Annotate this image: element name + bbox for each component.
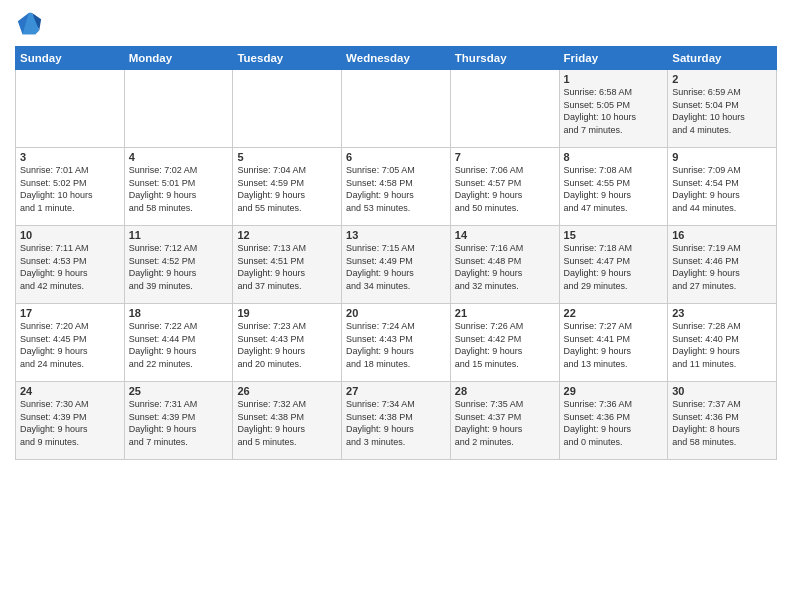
day-cell: 12Sunrise: 7:13 AM Sunset: 4:51 PM Dayli…: [233, 226, 342, 304]
week-row-2: 3Sunrise: 7:01 AM Sunset: 5:02 PM Daylig…: [16, 148, 777, 226]
day-number: 10: [20, 229, 120, 241]
day-cell: 22Sunrise: 7:27 AM Sunset: 4:41 PM Dayli…: [559, 304, 668, 382]
day-info: Sunrise: 7:01 AM Sunset: 5:02 PM Dayligh…: [20, 164, 120, 214]
header-day-friday: Friday: [559, 47, 668, 70]
day-number: 1: [564, 73, 664, 85]
day-number: 15: [564, 229, 664, 241]
header-row: SundayMondayTuesdayWednesdayThursdayFrid…: [16, 47, 777, 70]
day-number: 20: [346, 307, 446, 319]
day-cell: 25Sunrise: 7:31 AM Sunset: 4:39 PM Dayli…: [124, 382, 233, 460]
day-number: 19: [237, 307, 337, 319]
day-number: 11: [129, 229, 229, 241]
day-cell: 28Sunrise: 7:35 AM Sunset: 4:37 PM Dayli…: [450, 382, 559, 460]
day-info: Sunrise: 7:32 AM Sunset: 4:38 PM Dayligh…: [237, 398, 337, 448]
day-number: 23: [672, 307, 772, 319]
day-number: 18: [129, 307, 229, 319]
week-row-3: 10Sunrise: 7:11 AM Sunset: 4:53 PM Dayli…: [16, 226, 777, 304]
day-info: Sunrise: 7:04 AM Sunset: 4:59 PM Dayligh…: [237, 164, 337, 214]
logo: [15, 14, 45, 38]
day-number: 8: [564, 151, 664, 163]
day-info: Sunrise: 7:37 AM Sunset: 4:36 PM Dayligh…: [672, 398, 772, 448]
day-number: 22: [564, 307, 664, 319]
day-cell: [342, 70, 451, 148]
day-info: Sunrise: 7:34 AM Sunset: 4:38 PM Dayligh…: [346, 398, 446, 448]
calendar-header: SundayMondayTuesdayWednesdayThursdayFrid…: [16, 47, 777, 70]
day-info: Sunrise: 7:35 AM Sunset: 4:37 PM Dayligh…: [455, 398, 555, 448]
day-info: Sunrise: 7:11 AM Sunset: 4:53 PM Dayligh…: [20, 242, 120, 292]
day-cell: 19Sunrise: 7:23 AM Sunset: 4:43 PM Dayli…: [233, 304, 342, 382]
day-info: Sunrise: 6:58 AM Sunset: 5:05 PM Dayligh…: [564, 86, 664, 136]
day-info: Sunrise: 7:05 AM Sunset: 4:58 PM Dayligh…: [346, 164, 446, 214]
day-info: Sunrise: 7:18 AM Sunset: 4:47 PM Dayligh…: [564, 242, 664, 292]
day-info: Sunrise: 7:24 AM Sunset: 4:43 PM Dayligh…: [346, 320, 446, 370]
header: [15, 10, 777, 38]
day-info: Sunrise: 7:16 AM Sunset: 4:48 PM Dayligh…: [455, 242, 555, 292]
header-day-wednesday: Wednesday: [342, 47, 451, 70]
day-info: Sunrise: 7:26 AM Sunset: 4:42 PM Dayligh…: [455, 320, 555, 370]
day-number: 3: [20, 151, 120, 163]
week-row-1: 1Sunrise: 6:58 AM Sunset: 5:05 PM Daylig…: [16, 70, 777, 148]
day-cell: 6Sunrise: 7:05 AM Sunset: 4:58 PM Daylig…: [342, 148, 451, 226]
day-info: Sunrise: 7:13 AM Sunset: 4:51 PM Dayligh…: [237, 242, 337, 292]
day-number: 29: [564, 385, 664, 397]
day-cell: 26Sunrise: 7:32 AM Sunset: 4:38 PM Dayli…: [233, 382, 342, 460]
header-day-saturday: Saturday: [668, 47, 777, 70]
day-cell: 13Sunrise: 7:15 AM Sunset: 4:49 PM Dayli…: [342, 226, 451, 304]
day-cell: 14Sunrise: 7:16 AM Sunset: 4:48 PM Dayli…: [450, 226, 559, 304]
day-info: Sunrise: 7:12 AM Sunset: 4:52 PM Dayligh…: [129, 242, 229, 292]
day-cell: 24Sunrise: 7:30 AM Sunset: 4:39 PM Dayli…: [16, 382, 125, 460]
day-number: 27: [346, 385, 446, 397]
day-cell: 18Sunrise: 7:22 AM Sunset: 4:44 PM Dayli…: [124, 304, 233, 382]
day-number: 25: [129, 385, 229, 397]
day-number: 17: [20, 307, 120, 319]
day-number: 21: [455, 307, 555, 319]
day-cell: 4Sunrise: 7:02 AM Sunset: 5:01 PM Daylig…: [124, 148, 233, 226]
day-info: Sunrise: 7:22 AM Sunset: 4:44 PM Dayligh…: [129, 320, 229, 370]
day-number: 2: [672, 73, 772, 85]
day-number: 16: [672, 229, 772, 241]
header-day-thursday: Thursday: [450, 47, 559, 70]
day-cell: 2Sunrise: 6:59 AM Sunset: 5:04 PM Daylig…: [668, 70, 777, 148]
day-cell: 11Sunrise: 7:12 AM Sunset: 4:52 PM Dayli…: [124, 226, 233, 304]
day-info: Sunrise: 7:19 AM Sunset: 4:46 PM Dayligh…: [672, 242, 772, 292]
day-cell: 17Sunrise: 7:20 AM Sunset: 4:45 PM Dayli…: [16, 304, 125, 382]
day-cell: 20Sunrise: 7:24 AM Sunset: 4:43 PM Dayli…: [342, 304, 451, 382]
header-day-sunday: Sunday: [16, 47, 125, 70]
day-cell: [233, 70, 342, 148]
day-info: Sunrise: 7:31 AM Sunset: 4:39 PM Dayligh…: [129, 398, 229, 448]
day-number: 12: [237, 229, 337, 241]
day-number: 5: [237, 151, 337, 163]
day-number: 13: [346, 229, 446, 241]
header-day-tuesday: Tuesday: [233, 47, 342, 70]
day-number: 24: [20, 385, 120, 397]
day-cell: 16Sunrise: 7:19 AM Sunset: 4:46 PM Dayli…: [668, 226, 777, 304]
day-cell: 9Sunrise: 7:09 AM Sunset: 4:54 PM Daylig…: [668, 148, 777, 226]
logo-icon: [15, 10, 43, 38]
day-cell: 3Sunrise: 7:01 AM Sunset: 5:02 PM Daylig…: [16, 148, 125, 226]
day-number: 28: [455, 385, 555, 397]
day-cell: 29Sunrise: 7:36 AM Sunset: 4:36 PM Dayli…: [559, 382, 668, 460]
day-number: 6: [346, 151, 446, 163]
day-number: 14: [455, 229, 555, 241]
day-number: 30: [672, 385, 772, 397]
day-cell: 23Sunrise: 7:28 AM Sunset: 4:40 PM Dayli…: [668, 304, 777, 382]
day-cell: 27Sunrise: 7:34 AM Sunset: 4:38 PM Dayli…: [342, 382, 451, 460]
day-number: 9: [672, 151, 772, 163]
page-container: SundayMondayTuesdayWednesdayThursdayFrid…: [0, 0, 792, 470]
day-info: Sunrise: 7:15 AM Sunset: 4:49 PM Dayligh…: [346, 242, 446, 292]
header-day-monday: Monday: [124, 47, 233, 70]
calendar-table: SundayMondayTuesdayWednesdayThursdayFrid…: [15, 46, 777, 460]
day-info: Sunrise: 7:23 AM Sunset: 4:43 PM Dayligh…: [237, 320, 337, 370]
week-row-4: 17Sunrise: 7:20 AM Sunset: 4:45 PM Dayli…: [16, 304, 777, 382]
day-cell: 21Sunrise: 7:26 AM Sunset: 4:42 PM Dayli…: [450, 304, 559, 382]
day-info: Sunrise: 6:59 AM Sunset: 5:04 PM Dayligh…: [672, 86, 772, 136]
day-info: Sunrise: 7:09 AM Sunset: 4:54 PM Dayligh…: [672, 164, 772, 214]
week-row-5: 24Sunrise: 7:30 AM Sunset: 4:39 PM Dayli…: [16, 382, 777, 460]
day-info: Sunrise: 7:36 AM Sunset: 4:36 PM Dayligh…: [564, 398, 664, 448]
day-cell: 1Sunrise: 6:58 AM Sunset: 5:05 PM Daylig…: [559, 70, 668, 148]
day-number: 7: [455, 151, 555, 163]
day-info: Sunrise: 7:08 AM Sunset: 4:55 PM Dayligh…: [564, 164, 664, 214]
day-cell: 5Sunrise: 7:04 AM Sunset: 4:59 PM Daylig…: [233, 148, 342, 226]
day-cell: 7Sunrise: 7:06 AM Sunset: 4:57 PM Daylig…: [450, 148, 559, 226]
day-cell: [16, 70, 125, 148]
